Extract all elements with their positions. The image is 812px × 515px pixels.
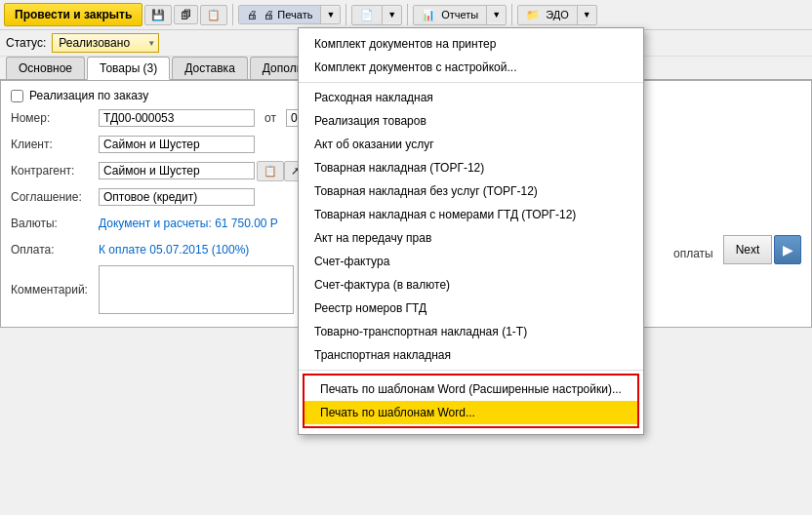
comment-label: Комментарий: <box>11 283 99 297</box>
print-dropdown: Комплект документов на принтер Комплект … <box>298 27 644 435</box>
tab-basic[interactable]: Основное <box>6 57 85 79</box>
layout-main-button[interactable]: 📄 <box>352 6 383 24</box>
client-input[interactable] <box>99 136 255 153</box>
order-checkbox[interactable] <box>11 90 23 102</box>
copy-icon: 🗐 <box>181 9 191 20</box>
edo-label: ЭДО <box>546 9 569 20</box>
agreement-label: Соглашение: <box>11 190 99 204</box>
word-templates-group: Печать по шаблонам Word (Расширенные нас… <box>303 374 639 428</box>
menu-item-expense-invoice[interactable]: Расходная накладная <box>299 86 643 109</box>
separator-menu-2 <box>299 370 643 371</box>
paste-button[interactable]: 📋 <box>200 5 227 25</box>
reports-icon: 📊 <box>422 9 435 21</box>
layout-arrow-button[interactable]: ▼ <box>383 7 401 22</box>
edo-menu[interactable]: 📁 ЭДО ▼ <box>517 5 596 25</box>
payment-link[interactable]: К оплате 05.07.2015 (100%) <box>99 243 249 257</box>
edo-arrow-button[interactable]: ▼ <box>578 7 596 22</box>
contractor-input[interactable] <box>99 162 255 179</box>
separator-3 <box>407 4 408 25</box>
reports-main-button[interactable]: 📊 Отчеты <box>414 6 487 24</box>
menu-item-word-simple[interactable]: Печать по шаблонам Word... <box>304 401 637 424</box>
reports-arrow-button[interactable]: ▼ <box>487 7 506 22</box>
menu-item-kit-printer[interactable]: Комплект документов на принтер <box>299 32 643 56</box>
print-main-button[interactable]: 🖨 🖨 Печать <box>239 6 321 23</box>
contractor-label: Контрагент: <box>11 164 99 178</box>
separator-4 <box>511 4 512 25</box>
menu-item-sale-goods[interactable]: Реализация товаров <box>299 109 643 133</box>
print-arrow-button[interactable]: ▼ <box>321 7 340 22</box>
menu-item-rights-transfer[interactable]: Акт на передачу прав <box>299 226 643 250</box>
separator-menu-1 <box>299 82 643 83</box>
print-label: 🖨 Печать <box>264 9 312 20</box>
menu-item-transport-invoice[interactable]: Транспортная накладная <box>299 343 643 367</box>
menu-item-invoice-currency[interactable]: Счет-фактура (в валюте) <box>299 273 643 297</box>
contractor-select-button[interactable]: 📋 <box>257 161 284 181</box>
layout-icon: 📄 <box>360 9 374 21</box>
menu-item-torg12-no-services[interactable]: Товарная накладная без услуг (ТОРГ-12) <box>299 179 643 203</box>
post-close-button[interactable]: Провести и закрыть <box>4 3 142 26</box>
date-prefix: от <box>264 111 276 125</box>
separator-2 <box>345 4 346 25</box>
menu-item-torg12[interactable]: Товарная накладная (ТОРГ-12) <box>299 156 643 179</box>
client-label: Клиент: <box>11 138 99 151</box>
edo-main-button[interactable]: 📁 ЭДО <box>518 6 578 24</box>
agreement-input[interactable] <box>99 188 255 206</box>
menu-item-invoice[interactable]: Счет-фактура <box>299 250 643 273</box>
number-label: Номер: <box>11 111 99 125</box>
menu-item-word-extended[interactable]: Печать по шаблонам Word (Расширенные нас… <box>304 377 637 401</box>
menu-item-gtd-registry[interactable]: Реестр номеров ГТД <box>299 297 643 320</box>
nav-arrow-button[interactable]: ▶ <box>774 235 801 264</box>
print-menu[interactable]: 🖨 🖨 Печать ▼ <box>238 5 341 24</box>
print-icon: 🖨 <box>247 9 258 20</box>
status-select-wrapper[interactable]: Реализовано <box>52 33 159 53</box>
number-input[interactable] <box>99 109 255 127</box>
separator-1 <box>232 4 233 25</box>
tab-goods[interactable]: Товары (3) <box>87 57 170 80</box>
status-label: Статус: <box>6 36 46 50</box>
toolbar: Провести и закрыть 💾 🗐 📋 🖨 🖨 Печать ▼ 📄 … <box>0 0 812 30</box>
menu-item-waybill-1t[interactable]: Товарно-транспортная накладная (1-Т) <box>299 320 643 343</box>
edo-icon: 📁 <box>526 9 540 21</box>
tab-delivery[interactable]: Доставка <box>172 57 248 79</box>
reports-menu[interactable]: 📊 Отчеты ▼ <box>413 5 507 25</box>
payment-label: Оплата: <box>11 243 99 257</box>
comment-textarea[interactable] <box>99 265 294 314</box>
menu-item-kit-settings[interactable]: Комплект документов с настройкой... <box>299 56 643 79</box>
currency-link[interactable]: Документ и расчеты: 61 750.00 Р <box>99 217 278 230</box>
save-button[interactable]: 💾 <box>144 5 172 25</box>
payment-sidebar-label: оплаты <box>673 247 713 260</box>
order-checkbox-label: Реализация по заказу <box>29 89 148 102</box>
save-icon: 💾 <box>151 9 165 21</box>
menu-item-torg12-gtd[interactable]: Товарная накладная с номерами ГТД (ТОРГ-… <box>299 203 643 226</box>
reports-label: Отчеты <box>441 9 478 20</box>
paste-icon: 📋 <box>207 9 221 21</box>
copy-button[interactable]: 🗐 <box>174 5 198 24</box>
status-select[interactable]: Реализовано <box>52 33 159 53</box>
next-button[interactable]: Next <box>723 235 772 264</box>
layout-menu[interactable]: 📄 ▼ <box>351 5 402 25</box>
currency-label: Валюты: <box>11 217 99 230</box>
menu-item-service-act[interactable]: Акт об оказании услуг <box>299 133 643 156</box>
